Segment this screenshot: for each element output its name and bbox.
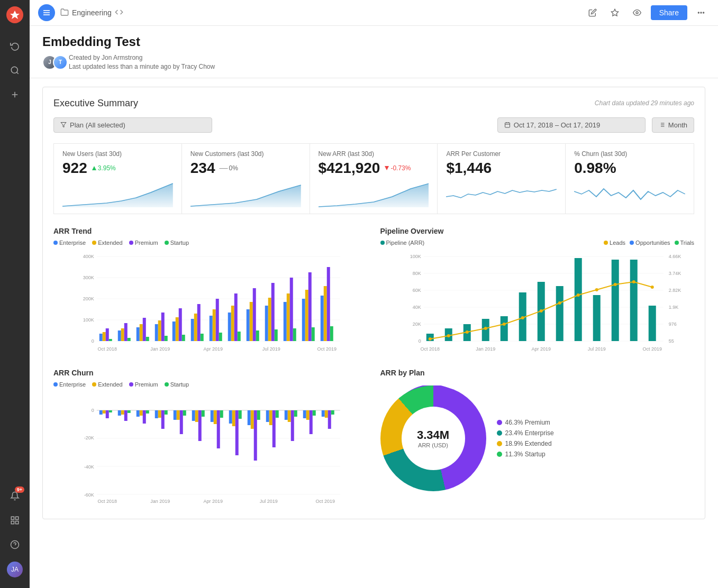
svg-rect-202 (313, 410, 316, 416)
svg-text:Jan 2019: Jan 2019 (476, 346, 495, 352)
help-icon[interactable] (4, 534, 25, 555)
svg-rect-87 (308, 272, 312, 341)
svg-rect-53 (155, 324, 158, 341)
svg-text:0: 0 (418, 338, 421, 344)
arr-churn-legend: Enterprise Extended Premium Startup (53, 381, 368, 388)
svg-text:-40K: -40K (84, 464, 94, 470)
svg-rect-89 (321, 296, 324, 341)
svg-rect-52 (146, 337, 149, 341)
notifications-icon[interactable]: 9+ (4, 485, 25, 507)
svg-text:100K: 100K (83, 317, 94, 323)
svg-rect-42 (103, 332, 106, 341)
svg-text:Apr 2019: Apr 2019 (203, 346, 223, 352)
svg-marker-29 (92, 166, 96, 170)
user-avatar[interactable]: JA (4, 559, 25, 580)
svg-text:Oct 2019: Oct 2019 (315, 499, 335, 504)
created-by: Created by Jon Armstrong (69, 53, 215, 62)
svg-rect-206 (331, 410, 334, 415)
svg-marker-18 (61, 123, 66, 127)
svg-point-139 (613, 283, 616, 286)
share-button[interactable]: Share (651, 5, 687, 20)
svg-rect-194 (276, 410, 279, 418)
arr-trend-legend: Enterprise Extended Premium Startup (53, 240, 368, 246)
add-icon[interactable] (4, 84, 25, 105)
donut-center-label: ARR (USD) (418, 442, 448, 448)
star-icon[interactable] (606, 4, 623, 21)
svg-point-135 (539, 309, 542, 313)
kpi-arr-per-customer: ARR Per Customer $1,446 (438, 144, 566, 214)
pipeline-title: Pipeline Overview (380, 227, 695, 235)
svg-line-1 (16, 72, 18, 74)
svg-text:400K: 400K (83, 254, 94, 259)
svg-rect-66 (213, 309, 216, 341)
watch-icon[interactable] (629, 4, 646, 21)
svg-text:100K: 100K (410, 254, 421, 259)
app-logo[interactable] (6, 6, 23, 23)
svg-rect-60 (182, 335, 185, 341)
svg-rect-182 (220, 410, 223, 418)
svg-text:40K: 40K (412, 305, 421, 310)
arr-churn-section: ARR Churn Enterprise Extended Premium St… (53, 369, 368, 508)
svg-text:Jan 2019: Jan 2019 (150, 499, 170, 504)
svg-rect-186 (239, 410, 242, 419)
kpi-churn-label: % Churn (last 30d) (574, 150, 685, 158)
svg-rect-48 (128, 338, 131, 341)
svg-rect-174 (183, 410, 186, 416)
svg-rect-124 (574, 258, 581, 341)
svg-rect-67 (216, 299, 219, 341)
svg-rect-91 (327, 267, 330, 341)
kpi-new-customers-sparkline (190, 181, 301, 207)
more-icon[interactable] (693, 4, 710, 21)
arr-by-plan-section: ARR by Plan (380, 369, 695, 508)
svg-rect-167 (155, 410, 158, 418)
svg-rect-178 (202, 410, 205, 417)
donut-chart: 3.34M ARR (USD) (380, 385, 486, 491)
plan-filter-label: Plan (All selected) (70, 121, 125, 129)
donut-center-value: 3.34M (417, 428, 449, 442)
svg-rect-70 (231, 306, 234, 341)
page-meta: J T Created by Jon Armstrong Last update… (42, 53, 705, 71)
date-filter[interactable]: Oct 17, 2018 – Oct 17, 2019 (497, 117, 646, 133)
svg-point-15 (698, 12, 699, 13)
svg-rect-192 (269, 410, 272, 425)
kpi-new-arr-label: New ARR (last 30d) (319, 150, 429, 158)
kpi-new-arr-change: -0.73% (384, 164, 411, 172)
svg-point-17 (703, 12, 704, 13)
svg-text:4.66K: 4.66K (668, 254, 681, 259)
svg-point-138 (595, 288, 598, 291)
svg-rect-51 (143, 318, 146, 341)
plan-filter[interactable]: Plan (All selected) (53, 117, 212, 133)
page-title: Embedding Test (42, 34, 705, 49)
svg-rect-184 (232, 410, 235, 426)
svg-rect-82 (287, 293, 290, 341)
kpi-new-users-sparkline (62, 181, 173, 207)
svg-text:0: 0 (92, 408, 94, 413)
history-icon[interactable] (4, 35, 25, 57)
grid-icon[interactable] (4, 510, 25, 531)
svg-rect-161 (124, 410, 128, 421)
kpi-new-users: New Users (last 30d) 922 3.95% (54, 144, 182, 214)
svg-text:-20K: -20K (84, 435, 94, 440)
search-icon[interactable] (4, 60, 25, 81)
dashboard-header: Executive Summary Chart data updated 29 … (53, 98, 694, 109)
svg-point-0 (11, 67, 17, 73)
period-filter[interactable]: Month (652, 117, 694, 133)
svg-marker-30 (385, 166, 389, 170)
kpi-arr-per-customer-sparkline (446, 181, 557, 207)
svg-text:2.82K: 2.82K (668, 288, 681, 293)
svg-rect-177 (198, 410, 202, 441)
svg-text:Jan 2019: Jan 2019 (150, 346, 170, 352)
svg-point-133 (502, 323, 505, 326)
kpi-new-users-label: New Users (last 30d) (62, 150, 173, 158)
arr-trend-section: ARR Trend Enterprise Extended Premium St… (53, 227, 368, 356)
svg-rect-81 (284, 302, 287, 341)
page-meta-text: Created by Jon Armstrong Last updated le… (69, 53, 215, 71)
menu-icon[interactable] (38, 4, 55, 21)
arr-churn-chart: 0 -20K -40K -60K (53, 392, 368, 508)
arr-trend-title: ARR Trend (53, 227, 368, 235)
svg-rect-159 (118, 410, 121, 416)
svg-rect-193 (272, 410, 276, 447)
svg-rect-123 (556, 286, 563, 341)
edit-icon[interactable] (584, 4, 601, 21)
sidebar: 9+ JA (0, 0, 30, 588)
